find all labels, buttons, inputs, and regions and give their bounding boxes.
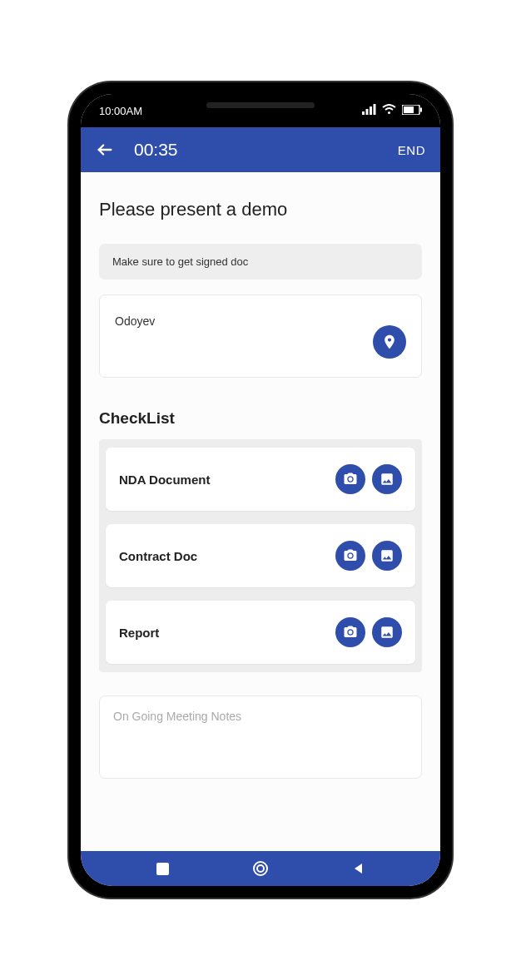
location-name: Odoyev (115, 314, 155, 328)
checklist-item-label: NDA Document (119, 473, 210, 487)
svg-rect-7 (420, 107, 422, 111)
phone-frame: 10:00AM (69, 82, 452, 898)
image-button[interactable] (372, 464, 402, 494)
image-button[interactable] (372, 617, 402, 647)
svg-rect-0 (362, 111, 365, 115)
status-right (362, 104, 422, 117)
content-area: Please present a demo Make sure to get s… (81, 172, 440, 851)
svg-marker-12 (355, 864, 362, 874)
location-pin-button[interactable] (373, 325, 406, 359)
svg-rect-3 (374, 104, 376, 115)
nav-home-button[interactable] (244, 852, 277, 885)
status-time: 10:00AM (99, 105, 142, 117)
back-button[interactable] (96, 141, 114, 159)
svg-rect-2 (370, 106, 372, 115)
camera-button[interactable] (335, 617, 365, 647)
notes-box (99, 695, 422, 779)
checklist-container: NDA Document (99, 439, 422, 672)
phone-speaker (206, 102, 315, 108)
battery-icon (402, 105, 422, 117)
app-bar: 00:35 END (81, 127, 440, 172)
checklist-item-nda: NDA Document (106, 448, 415, 511)
image-button[interactable] (372, 541, 402, 571)
svg-point-11 (257, 865, 264, 872)
svg-rect-6 (404, 106, 414, 113)
svg-point-4 (388, 111, 390, 114)
nav-recent-button[interactable] (146, 852, 179, 885)
nav-back-button[interactable] (342, 852, 375, 885)
svg-rect-9 (156, 863, 169, 875)
camera-button[interactable] (335, 464, 365, 494)
checklist-item-contract: Contract Doc (106, 524, 415, 587)
svg-rect-1 (366, 109, 369, 115)
end-button[interactable]: END (398, 143, 425, 157)
checklist-actions (335, 464, 402, 494)
note-box: Make sure to get signed doc (99, 244, 422, 280)
camera-button[interactable] (335, 541, 365, 571)
page-title: Please present a demo (99, 199, 422, 220)
timer-display: 00:35 (134, 140, 398, 160)
location-card: Odoyev (99, 294, 422, 378)
status-bar: 10:00AM (81, 94, 440, 127)
nav-bar (81, 851, 440, 886)
checklist-actions (335, 617, 402, 647)
note-text: Make sure to get signed doc (112, 255, 248, 268)
wifi-icon (382, 104, 396, 117)
checklist-item-report: Report (106, 601, 415, 664)
svg-point-10 (254, 862, 267, 875)
screen: 10:00AM (81, 94, 440, 886)
signal-icon (362, 104, 376, 117)
checklist-item-label: Report (119, 626, 159, 640)
checklist-item-label: Contract Doc (119, 549, 197, 563)
checklist-title: CheckList (99, 409, 422, 428)
meeting-notes-input[interactable] (113, 710, 408, 736)
checklist-actions (335, 541, 402, 571)
